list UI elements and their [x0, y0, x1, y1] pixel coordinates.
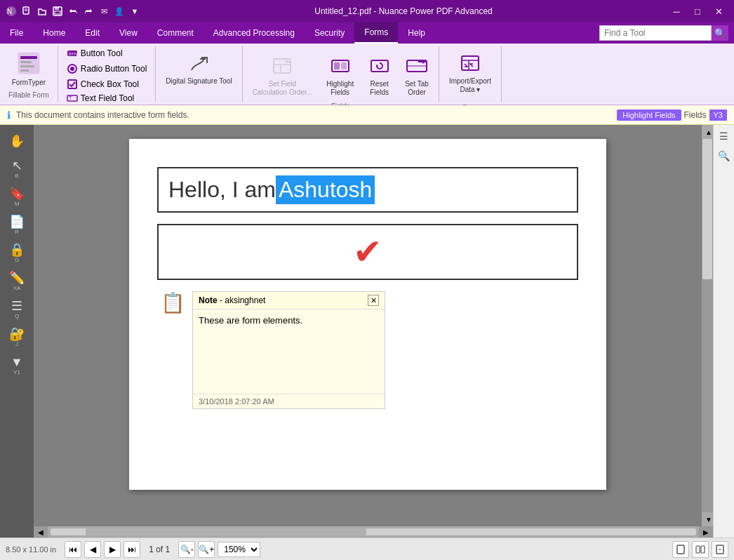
check-box-tool-item[interactable]: Check Box Tool	[64, 77, 150, 91]
prev-page-btn[interactable]: ◀	[84, 541, 101, 558]
menu-comment[interactable]: Comment	[147, 22, 203, 44]
user-icon[interactable]: 👤	[114, 6, 125, 17]
find-tool-input[interactable]	[599, 25, 712, 41]
digital-signature-btn[interactable]: Digital Signature Tool	[161, 49, 236, 100]
text-field-tool-item[interactable]: T Text Field Tool	[64, 91, 145, 105]
pdf-area: Hello, I am Ashutosh ✔ 📋 Note - aksi	[34, 125, 713, 538]
set-tab-order-btn[interactable]: Set TabOrder	[401, 52, 433, 102]
vertical-scrollbar[interactable]: ▲ ▼	[702, 125, 713, 526]
menu-edit[interactable]: Edit	[75, 22, 109, 44]
radio-button-tool-label: Radio Button Tool	[81, 64, 147, 74]
scrollbar-thumb[interactable]	[702, 139, 712, 279]
find-tool-button[interactable]: 🔍	[712, 25, 728, 41]
info-message: This document contains interactive form …	[16, 110, 189, 120]
edit-icon: ✏️	[9, 272, 25, 284]
svg-rect-7	[55, 11, 60, 14]
svg-rect-39	[701, 546, 705, 553]
bottom-bar: 8.50 x 11.00 in ⏮ ◀ ▶ ⏭ 1 of 1 🔍- 🔍+ 150…	[0, 538, 734, 560]
fit-page-btn[interactable]	[712, 541, 728, 558]
zoom-select[interactable]: 150% 100% 75% 50% 200%	[218, 542, 260, 557]
svg-rect-11	[20, 65, 34, 67]
svg-rect-10	[20, 61, 32, 63]
note-close-btn[interactable]: ✕	[368, 295, 379, 306]
restore-btn[interactable]: □	[688, 4, 707, 19]
pdf-checkbox-field[interactable]: ✔	[157, 224, 578, 280]
sidebar-select-tool[interactable]: ↖ B	[4, 156, 30, 182]
next-page-btn[interactable]: ▶	[104, 541, 121, 558]
window-title: Untitled_12.pdf - Nuance Power PDF Advan…	[140, 6, 667, 16]
h-scrollbar-track[interactable]	[51, 528, 696, 535]
ribbon-group-formtyper: FormTyper Fillable Form	[0, 46, 58, 102]
radio-button-tool-icon	[67, 63, 78, 74]
sidebar-pages[interactable]: 📄 R	[4, 212, 30, 239]
lock-label: J	[15, 341, 18, 347]
sidebar-list[interactable]: ☰ Q	[4, 296, 30, 323]
dropdown-sidebar-icon: ▼	[11, 356, 23, 368]
scroll-right-btn[interactable]: ▶	[699, 526, 713, 538]
bookmark-label: M	[15, 201, 20, 207]
close-btn[interactable]: ✕	[709, 4, 728, 19]
right-panel-search-btn[interactable]: 🔍	[716, 147, 733, 164]
pdf-text-field[interactable]: Hello, I am Ashutosh	[157, 167, 578, 213]
checkmark-symbol: ✔	[353, 234, 382, 269]
zoom-out-btn[interactable]: 🔍-	[178, 541, 195, 558]
last-page-btn[interactable]: ⏭	[124, 541, 140, 558]
single-page-btn[interactable]	[672, 541, 689, 558]
open-icon[interactable]	[36, 6, 48, 17]
sidebar-bookmark[interactable]: 🔖 M	[4, 184, 30, 211]
button-tool-item[interactable]: BTN Button Tool	[64, 46, 150, 60]
undo-icon[interactable]: ⮪	[67, 6, 79, 17]
radio-button-tool-item[interactable]: Radio Button Tool	[64, 62, 150, 76]
reset-fields-btn[interactable]: ResetFields	[363, 52, 395, 102]
new-icon[interactable]	[21, 6, 32, 17]
reset-fields-icon	[368, 55, 391, 77]
pdf-scroll[interactable]: Hello, I am Ashutosh ✔ 📋 Note - aksi	[34, 125, 702, 526]
menu-forms[interactable]: Forms	[354, 22, 398, 44]
sidebar-edit[interactable]: ✏️ XA	[4, 268, 30, 295]
menu-view[interactable]: View	[109, 22, 147, 44]
menu-security[interactable]: Security	[305, 22, 354, 44]
sidebar-hand-tool[interactable]: ✋	[4, 128, 30, 154]
dropdown-icon[interactable]: ▼	[129, 6, 140, 17]
highlight-fields-bar-btn[interactable]: Highlight Fields	[617, 109, 681, 121]
two-page-btn[interactable]	[692, 541, 709, 558]
security-label: G	[15, 257, 19, 263]
scroll-up-btn[interactable]: ▲	[702, 125, 713, 139]
zoom-in-btn[interactable]: 🔍+	[198, 541, 215, 558]
menu-advanced-processing[interactable]: Advanced Processing	[203, 22, 305, 44]
right-panel-list-btn[interactable]: ☰	[716, 128, 733, 145]
sidebar-lock[interactable]: 🔐 J	[4, 324, 30, 351]
set-field-calc-btn[interactable]: Set FieldCalculation Order...	[248, 52, 317, 102]
ribbon-group-data: Import/ExportData ▾ Data	[439, 46, 502, 102]
svg-point-16	[70, 67, 74, 71]
menu-help[interactable]: Help	[398, 22, 435, 44]
import-export-data-label: Import/ExportData ▾	[449, 77, 491, 94]
list-icon: ☰	[11, 300, 22, 312]
formtyper-icon[interactable]	[15, 49, 43, 77]
first-page-btn[interactable]: ⏮	[65, 541, 81, 558]
view-tools	[672, 541, 728, 558]
y3-btn[interactable]: Y3	[709, 109, 727, 121]
save-icon[interactable]	[52, 6, 63, 17]
import-export-data-btn[interactable]: Import/ExportData ▾	[445, 49, 495, 97]
h-scrollbar-thumb[interactable]	[86, 528, 366, 535]
sidebar-security[interactable]: 🔒 G	[4, 240, 30, 267]
button-tool-label: Button Tool	[81, 48, 123, 58]
window-controls: ─ □ ✕	[667, 4, 728, 19]
redo-icon[interactable]: ⮫	[83, 6, 94, 17]
pages-icon: 📄	[9, 215, 25, 228]
svg-rect-6	[55, 7, 59, 10]
svg-rect-30	[341, 62, 347, 69]
button-tool-icon: BTN	[67, 48, 78, 59]
email-icon[interactable]: ✉	[98, 6, 109, 17]
scroll-left-btn[interactable]: ◀	[34, 526, 48, 538]
menu-file[interactable]: File	[0, 22, 33, 44]
left-sidebar: ✋ ↖ B 🔖 M 📄 R 🔒 G ✏️ XA ☰ Q 🔐 J	[0, 125, 34, 538]
find-tool-area: 🔍	[599, 22, 734, 44]
highlighted-text: Ashutosh	[276, 175, 375, 204]
menu-home[interactable]: Home	[33, 22, 75, 44]
minimize-btn[interactable]: ─	[667, 4, 686, 19]
highlight-fields-btn[interactable]: HighlightFields	[322, 52, 358, 102]
scroll-down-btn[interactable]: ▼	[702, 512, 713, 526]
sidebar-dropdown[interactable]: ▼ Y1	[4, 352, 30, 379]
